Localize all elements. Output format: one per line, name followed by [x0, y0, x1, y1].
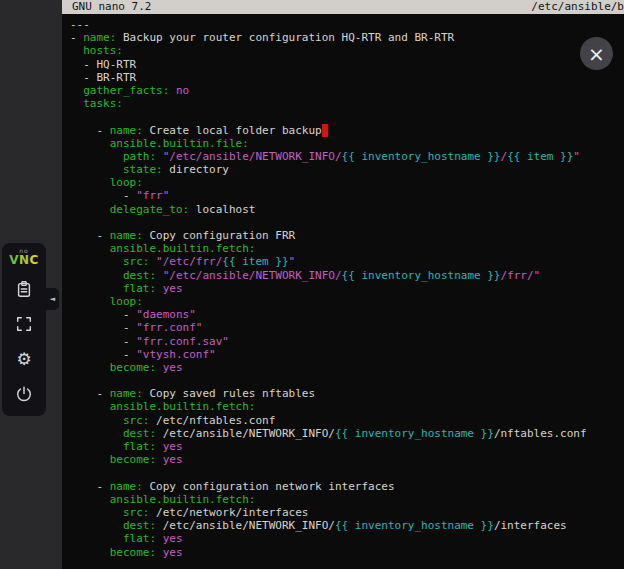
code-line: flat: yes	[70, 282, 624, 295]
code-line: src: /etc/network/interfaces	[70, 506, 624, 519]
nano-version: GNU nano 7.2	[72, 0, 151, 14]
code-line: - name: Create local folder backup	[70, 124, 624, 137]
clipboard-icon	[15, 280, 33, 298]
code-line	[70, 216, 624, 229]
code-line: loop:	[70, 295, 624, 308]
code-line: become: yes	[70, 361, 624, 374]
clipboard-button[interactable]	[10, 275, 38, 303]
code-line: dest: /etc/ansible/NETWORK_INFO/{{ inven…	[70, 519, 624, 532]
code-line: loop:	[70, 176, 624, 189]
code-line: src: "/etc/frr/{{ item }}"	[70, 255, 624, 268]
vnc-sidebar: no VNC ⚙	[0, 0, 62, 569]
code-line: - BR-RTR	[70, 71, 624, 84]
nano-filepath: /etc/ansible/b	[531, 0, 624, 14]
vnc-control-panel: no VNC ⚙	[2, 243, 46, 416]
code-line	[70, 374, 624, 387]
code-line: - name: Copy configuration network inter…	[70, 480, 624, 493]
code-line: ansible.builtin.fetch:	[70, 400, 624, 413]
code-line: dest: /etc/ansible/NETWORK_INFO/{{ inven…	[70, 427, 624, 440]
code-line: state: directory	[70, 163, 624, 176]
code-line: ansible.builtin.fetch:	[70, 493, 624, 506]
editor-content[interactable]: ---- name: Backup your router configurat…	[62, 14, 624, 559]
code-line: - "daemons"	[70, 308, 624, 321]
gear-icon: ⚙	[16, 351, 31, 368]
power-icon	[15, 385, 33, 403]
code-line: - HQ-RTR	[70, 58, 624, 71]
code-line: dest: "/etc/ansible/NETWORK_INFO/{{ inve…	[70, 269, 624, 282]
fullscreen-icon	[15, 315, 33, 333]
sidebar-collapse-handle[interactable]: ◄	[46, 288, 59, 310]
close-button[interactable]: ×	[580, 37, 613, 70]
novnc-logo: no VNC	[9, 248, 39, 266]
code-line: - "frr.conf"	[70, 321, 624, 334]
close-icon: ×	[588, 44, 605, 64]
fullscreen-button[interactable]	[10, 310, 38, 338]
code-line: become: yes	[70, 546, 624, 559]
code-line: tasks:	[70, 97, 624, 110]
text-cursor	[322, 124, 329, 137]
novnc-logo-text: VNC	[9, 254, 39, 266]
code-line: hosts:	[70, 44, 624, 57]
code-line: ---	[70, 18, 624, 31]
code-line	[70, 466, 624, 479]
code-line	[70, 110, 624, 123]
code-line: delegate_to: localhost	[70, 203, 624, 216]
code-line: ansible.builtin.file:	[70, 137, 624, 150]
code-line: - name: Copy configuration FRR	[70, 229, 624, 242]
chevron-left-icon: ◄	[50, 295, 55, 303]
code-line: flat: yes	[70, 532, 624, 545]
code-line: become: yes	[70, 453, 624, 466]
code-line: path: "/etc/ansible/NETWORK_INFO/{{ inve…	[70, 150, 624, 163]
code-line: ansible.builtin.fetch:	[70, 242, 624, 255]
code-line: - name: Backup your router configuration…	[70, 31, 624, 44]
terminal-window: GNU nano 7.2 /etc/ansible/b ---- name: B…	[62, 0, 624, 569]
power-button[interactable]	[10, 380, 38, 408]
code-line: - "frr"	[70, 189, 624, 202]
code-line: - "frr.conf.sav"	[70, 335, 624, 348]
code-line: src: /etc/nftables.conf	[70, 414, 624, 427]
code-line: - "vtysh.conf"	[70, 348, 624, 361]
desktop: no VNC ⚙	[0, 0, 624, 569]
settings-button[interactable]: ⚙	[10, 345, 38, 373]
code-line: flat: yes	[70, 440, 624, 453]
code-line: gather_facts: no	[70, 84, 624, 97]
code-line: - name: Copy saved rules nftables	[70, 387, 624, 400]
nano-titlebar: GNU nano 7.2 /etc/ansible/b	[62, 0, 624, 14]
